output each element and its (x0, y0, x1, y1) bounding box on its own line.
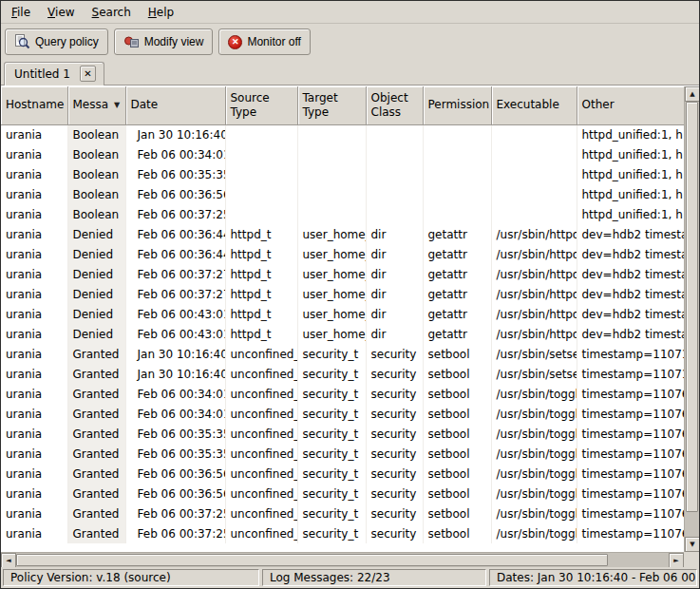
table-cell[interactable] (491, 204, 577, 224)
table-cell[interactable]: /usr/sbin/toggle (491, 404, 577, 424)
table-cell[interactable] (297, 144, 366, 164)
table-cell[interactable]: security (366, 444, 423, 464)
table-cell[interactable]: /usr/sbin/toggle (491, 523, 577, 543)
table-cell[interactable]: unconfined_ (225, 424, 297, 444)
table-cell[interactable]: Boolean (67, 124, 125, 144)
tab-close-button[interactable]: ✕ (80, 66, 96, 82)
table-row[interactable]: uraniaDeniedFeb 06 00:36:44httpd_tuser_h… (1, 224, 684, 244)
table-row[interactable]: uraniaDeniedFeb 06 00:36:44httpd_tuser_h… (1, 244, 684, 264)
table-cell[interactable]: httpd_unified:1, h (577, 184, 684, 204)
table-cell[interactable]: getattr (423, 284, 491, 304)
table-cell[interactable]: Feb 06 00:37:25 (125, 523, 225, 543)
table-row[interactable]: uraniaBooleanFeb 06 00:35:35httpd_unifie… (1, 164, 684, 184)
table-cell[interactable]: security (366, 464, 423, 484)
table-cell[interactable]: Jan 30 10:16:40 (125, 124, 225, 144)
table-row[interactable]: uraniaGrantedJan 30 10:16:40unconfined_s… (1, 364, 684, 384)
table-cell[interactable]: Granted (67, 444, 125, 464)
table-cell[interactable]: Feb 06 00:43:01 (125, 324, 225, 344)
table-cell[interactable] (423, 144, 491, 164)
table-cell[interactable]: /usr/sbin/httpd (491, 224, 577, 244)
table-cell[interactable]: Granted (67, 464, 125, 484)
table-cell[interactable]: dev=hdb2 timesta (577, 244, 684, 264)
table-cell[interactable]: Denied (67, 324, 125, 344)
table-cell[interactable]: Denied (67, 304, 125, 324)
table-cell[interactable]: Granted (67, 404, 125, 424)
scroll-right-button[interactable]: ► (669, 553, 684, 567)
tab-untitled-1[interactable]: Untitled 1 ✕ (4, 62, 104, 86)
table-cell[interactable]: dev=hdb2 timesta (577, 284, 684, 304)
table-cell[interactable]: timestamp=11076 (577, 504, 684, 523)
horizontal-scroll-thumb[interactable] (16, 554, 608, 566)
table-cell[interactable]: Feb 06 00:34:01 (125, 404, 225, 424)
table-cell[interactable] (423, 124, 491, 144)
table-cell[interactable] (491, 164, 577, 184)
table-cell[interactable] (491, 184, 577, 204)
table-cell[interactable]: httpd_unified:1, h (577, 124, 684, 144)
table-row[interactable]: uraniaDeniedFeb 06 00:37:27httpd_tuser_h… (1, 284, 684, 304)
table-cell[interactable]: unconfined_ (225, 404, 297, 424)
table-cell[interactable]: httpd_unified:1, h (577, 144, 684, 164)
table-cell[interactable] (491, 144, 577, 164)
table-cell[interactable] (366, 164, 423, 184)
table-cell[interactable]: security_t (297, 404, 366, 424)
table-cell[interactable]: unconfined_ (225, 523, 297, 543)
table-cell[interactable]: setbool (423, 504, 491, 523)
table-cell[interactable]: Feb 06 00:37:27 (125, 264, 225, 284)
table-row[interactable]: uraniaBooleanFeb 06 00:37:25httpd_unifie… (1, 204, 684, 224)
table-cell[interactable] (366, 124, 423, 144)
table-cell[interactable]: security_t (297, 424, 366, 444)
table-row[interactable]: uraniaGrantedJan 30 10:16:40unconfined_s… (1, 344, 684, 364)
table-cell[interactable]: Feb 06 00:36:44 (125, 244, 225, 264)
table-row[interactable]: uraniaGrantedFeb 06 00:36:56unconfined_s… (1, 464, 684, 484)
table-cell[interactable]: setbool (423, 464, 491, 484)
table-cell[interactable]: urania (1, 324, 67, 344)
table-cell[interactable]: /usr/sbin/toggle (491, 424, 577, 444)
table-cell[interactable]: security (366, 404, 423, 424)
table-cell[interactable]: urania (1, 164, 67, 184)
table-cell[interactable]: timestamp=11076 (577, 404, 684, 424)
table-cell[interactable]: dir (366, 284, 423, 304)
col-header-permission[interactable]: Permission (423, 86, 491, 124)
table-cell[interactable]: setbool (423, 404, 491, 424)
vertical-scroll-track[interactable] (685, 102, 699, 537)
table-cell[interactable]: Feb 06 00:35:35 (125, 424, 225, 444)
table-cell[interactable]: user_home_ (297, 244, 366, 264)
table-cell[interactable]: dir (366, 324, 423, 344)
table-cell[interactable]: urania (1, 364, 67, 384)
table-cell[interactable]: httpd_t (225, 304, 297, 324)
table-cell[interactable]: /usr/sbin/setseb (491, 344, 577, 364)
table-cell[interactable]: security_t (297, 504, 366, 523)
table-cell[interactable]: httpd_unified:1, h (577, 204, 684, 224)
table-cell[interactable]: /usr/sbin/toggle (491, 504, 577, 523)
col-header-object-class[interactable]: Object Class (366, 86, 423, 124)
table-cell[interactable]: Denied (67, 284, 125, 304)
table-cell[interactable]: unconfined_ (225, 444, 297, 464)
table-cell[interactable] (225, 164, 297, 184)
table-cell[interactable]: Feb 06 00:34:01 (125, 384, 225, 404)
table-cell[interactable]: security_t (297, 484, 366, 504)
table-cell[interactable]: Denied (67, 224, 125, 244)
monitor-off-button[interactable]: ✕ Monitor off (218, 28, 310, 55)
table-cell[interactable] (366, 204, 423, 224)
table-cell[interactable]: Granted (67, 424, 125, 444)
table-cell[interactable]: dir (366, 304, 423, 324)
table-row[interactable]: uraniaDeniedFeb 06 00:43:01httpd_tuser_h… (1, 324, 684, 344)
table-cell[interactable] (225, 204, 297, 224)
table-cell[interactable]: getattr (423, 304, 491, 324)
menu-search[interactable]: Search (84, 3, 140, 22)
table-cell[interactable]: security_t (297, 464, 366, 484)
scroll-down-button[interactable]: ▼ (685, 537, 699, 552)
table-cell[interactable]: setbool (423, 364, 491, 384)
col-header-target-type[interactable]: Target Type (297, 86, 366, 124)
table-cell[interactable]: urania (1, 244, 67, 264)
table-cell[interactable]: /usr/sbin/setseb (491, 364, 577, 384)
table-cell[interactable]: urania (1, 384, 67, 404)
table-cell[interactable]: urania (1, 124, 67, 144)
table-cell[interactable]: security (366, 424, 423, 444)
table-cell[interactable] (423, 204, 491, 224)
table-row[interactable]: uraniaGrantedFeb 06 00:37:25unconfined_s… (1, 504, 684, 523)
table-cell[interactable]: security_t (297, 344, 366, 364)
table-row[interactable]: uraniaBooleanJan 30 10:16:40httpd_unifie… (1, 124, 684, 144)
table-cell[interactable]: unconfined_ (225, 384, 297, 404)
table-cell[interactable]: user_home_ (297, 284, 366, 304)
